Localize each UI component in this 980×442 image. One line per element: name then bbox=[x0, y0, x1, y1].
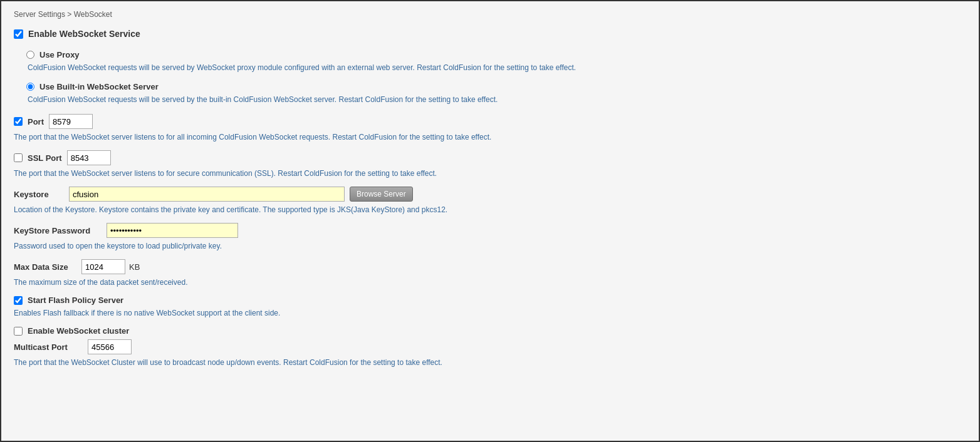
keystore-input[interactable] bbox=[69, 187, 345, 202]
keystore-password-row: KeyStore Password bbox=[14, 223, 966, 238]
flash-policy-desc: Enables Flash fallback if there is no na… bbox=[14, 307, 966, 319]
port-row: Port bbox=[14, 114, 966, 129]
port-section: Port The port that the WebSocket server … bbox=[14, 114, 966, 143]
keystore-password-desc: Password used to open the keystore to lo… bbox=[14, 240, 966, 252]
keystore-desc: Location of the Keystore. Keystore conta… bbox=[14, 204, 966, 215]
use-builtin-label: Use Built-in WebSocket Server bbox=[39, 82, 159, 91]
multicast-port-desc: The port that the WebSocket Cluster will… bbox=[14, 357, 966, 368]
ssl-port-checkbox[interactable] bbox=[14, 153, 23, 162]
multicast-port-input[interactable] bbox=[88, 339, 132, 354]
use-builtin-radio[interactable] bbox=[26, 83, 34, 91]
browse-server-button[interactable]: Browse Server bbox=[350, 187, 413, 202]
enable-websocket-checkbox[interactable] bbox=[14, 29, 23, 39]
flash-policy-row: Start Flash Policy Server bbox=[14, 296, 966, 305]
use-proxy-block: Use Proxy ColdFusion WebSocket requests … bbox=[26, 50, 966, 73]
ssl-port-section: SSL Port The port that the WebSocket ser… bbox=[14, 150, 966, 179]
max-data-size-section: Max Data Size KB The maximum size of the… bbox=[14, 259, 966, 288]
max-data-size-label: Max Data Size bbox=[14, 262, 76, 272]
max-data-size-input[interactable] bbox=[81, 259, 125, 274]
keystore-label: Keystore bbox=[14, 190, 64, 199]
keystore-password-section: KeyStore Password Password used to open … bbox=[14, 223, 966, 252]
max-data-size-row: Max Data Size KB bbox=[14, 259, 966, 274]
multicast-port-label: Multicast Port bbox=[14, 342, 83, 352]
breadcrumb: Server Settings > WebSocket bbox=[14, 10, 966, 19]
multicast-port-section: Multicast Port The port that the WebSock… bbox=[14, 339, 966, 368]
port-label: Port bbox=[28, 117, 44, 126]
ssl-port-input[interactable] bbox=[67, 150, 111, 165]
multicast-port-row: Multicast Port bbox=[14, 339, 966, 354]
max-data-size-desc: The maximum size of the data packet sent… bbox=[14, 277, 966, 288]
settings-section: Use Proxy ColdFusion WebSocket requests … bbox=[14, 50, 966, 368]
use-builtin-desc: ColdFusion WebSocket requests will be se… bbox=[28, 94, 966, 105]
ws-cluster-checkbox[interactable] bbox=[14, 327, 23, 336]
ssl-port-label: SSL Port bbox=[28, 153, 62, 163]
port-checkbox[interactable] bbox=[14, 117, 23, 126]
ssl-port-desc: The port that the WebSocket server liste… bbox=[14, 168, 966, 179]
use-proxy-row: Use Proxy bbox=[26, 50, 966, 59]
keystore-password-label: KeyStore Password bbox=[14, 226, 102, 235]
port-desc: The port that the WebSocket server liste… bbox=[14, 131, 966, 143]
keystore-section: Keystore Browse Server Location of the K… bbox=[14, 187, 966, 215]
ssl-port-row: SSL Port bbox=[14, 150, 966, 165]
keystore-row: Keystore Browse Server bbox=[14, 187, 966, 202]
use-builtin-row: Use Built-in WebSocket Server bbox=[26, 82, 966, 91]
keystore-password-input[interactable] bbox=[107, 223, 238, 238]
port-input[interactable] bbox=[49, 114, 93, 129]
flash-policy-section: Start Flash Policy Server Enables Flash … bbox=[14, 296, 966, 319]
ws-cluster-section: Enable WebSocket cluster bbox=[14, 326, 966, 336]
use-proxy-radio[interactable] bbox=[26, 51, 34, 59]
use-builtin-block: Use Built-in WebSocket Server ColdFusion… bbox=[26, 82, 966, 105]
flash-policy-label: Start Flash Policy Server bbox=[28, 296, 123, 305]
use-proxy-label: Use Proxy bbox=[39, 50, 80, 59]
ws-cluster-row: Enable WebSocket cluster bbox=[14, 326, 966, 336]
max-data-size-unit: KB bbox=[129, 262, 140, 272]
flash-policy-checkbox[interactable] bbox=[14, 296, 23, 305]
ws-cluster-label: Enable WebSocket cluster bbox=[28, 326, 129, 336]
enable-websocket-label: Enable WebSocket Service bbox=[28, 29, 140, 39]
enable-websocket-row: Enable WebSocket Service bbox=[14, 29, 966, 39]
page-container: Server Settings > WebSocket Enable WebSo… bbox=[0, 0, 980, 442]
use-proxy-desc: ColdFusion WebSocket requests will be se… bbox=[28, 62, 966, 73]
